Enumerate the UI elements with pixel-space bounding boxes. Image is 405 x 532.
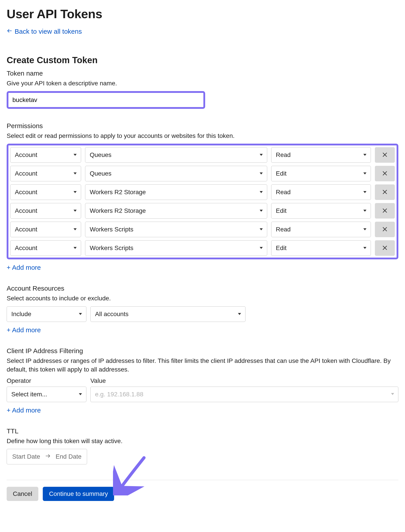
token-name-input[interactable]	[8, 93, 203, 107]
permission-access-select[interactable]: Edit	[271, 203, 371, 218]
token-name-help: Give your API token a descriptive name.	[7, 79, 398, 88]
permissions-help: Select edit or read permissions to apply…	[7, 131, 398, 140]
permission-resource-select[interactable]: Workers Scripts	[85, 240, 267, 256]
ttl-help: Define how long this token will stay act…	[7, 437, 398, 445]
permission-remove-button[interactable]	[375, 147, 395, 163]
close-icon	[382, 170, 388, 177]
permission-access-value: Read	[276, 151, 291, 158]
ip-operator-select[interactable]: Select item...	[7, 387, 86, 402]
permission-remove-button[interactable]	[375, 240, 395, 256]
svg-marker-28	[363, 247, 366, 249]
permission-resource-value: Queues	[90, 151, 111, 158]
permission-scope-value: Account	[15, 245, 37, 252]
permission-resource-select[interactable]: Workers R2 Storage	[85, 184, 267, 200]
svg-marker-11	[74, 191, 77, 193]
ttl-start: Start Date	[12, 453, 40, 460]
caret-down-icon	[363, 207, 367, 214]
caret-down-icon	[73, 226, 77, 233]
caret-down-icon	[363, 245, 367, 252]
permission-row: AccountWorkers ScriptsRead	[10, 222, 395, 237]
permission-scope-value: Account	[15, 151, 37, 158]
close-icon	[382, 189, 388, 196]
permission-resource-select[interactable]: Queues	[85, 166, 267, 181]
caret-down-icon	[363, 151, 367, 158]
permission-remove-button[interactable]	[375, 166, 395, 181]
svg-marker-23	[363, 228, 366, 230]
svg-marker-17	[260, 210, 263, 212]
permissions-highlight: AccountQueuesReadAccountQueuesEditAccoun…	[7, 144, 398, 259]
permission-access-value: Read	[276, 226, 291, 233]
caret-down-icon	[363, 226, 367, 233]
permission-scope-select[interactable]: Account	[10, 222, 81, 237]
ttl-date-range[interactable]: Start Date End Date	[7, 449, 87, 464]
create-token-heading: Create Custom Token	[7, 55, 398, 65]
token-name-highlight	[7, 91, 205, 109]
ip-value-label: Value	[90, 377, 398, 384]
permissions-add-more[interactable]: + Add more	[7, 264, 41, 271]
permission-scope-value: Account	[15, 189, 37, 196]
permission-scope-select[interactable]: Account	[10, 184, 81, 200]
svg-marker-27	[260, 247, 263, 249]
caret-down-icon	[73, 170, 77, 177]
svg-marker-7	[260, 172, 263, 174]
permission-scope-select[interactable]: Account	[10, 147, 81, 163]
close-icon	[382, 151, 388, 159]
permission-remove-button[interactable]	[375, 222, 395, 237]
permission-resource-select[interactable]: Workers Scripts	[85, 222, 267, 237]
permissions-label: Permissions	[7, 122, 398, 130]
permission-scope-value: Account	[15, 170, 37, 177]
permission-scope-select[interactable]: Account	[10, 240, 81, 256]
svg-marker-26	[74, 247, 77, 249]
ip-value-input[interactable]	[90, 387, 398, 402]
ip-filter-add-more[interactable]: + Add more	[7, 407, 41, 414]
permission-row: AccountWorkers R2 StorageRead	[10, 184, 395, 200]
close-icon	[382, 207, 388, 215]
permission-access-select[interactable]: Edit	[271, 166, 371, 181]
permission-access-select[interactable]: Read	[271, 147, 371, 163]
caret-down-icon	[73, 207, 77, 214]
permission-resource-select[interactable]: Queues	[85, 147, 267, 163]
account-resources-target-select[interactable]: All accounts	[90, 306, 245, 322]
permission-scope-value: Account	[15, 207, 37, 214]
caret-down-icon	[259, 245, 263, 252]
permission-access-value: Edit	[276, 207, 286, 214]
ip-operator-value: Select item...	[11, 391, 47, 398]
svg-marker-22	[260, 228, 263, 230]
back-to-tokens-link[interactable]: Back to view all tokens	[7, 28, 82, 35]
permission-access-select[interactable]: Read	[271, 184, 371, 200]
ip-filter-help: Select IP addresses or ranges of IP addr…	[7, 356, 398, 374]
permission-row: AccountQueuesRead	[10, 147, 395, 163]
caret-down-icon	[259, 151, 263, 158]
svg-marker-1	[74, 154, 77, 156]
continue-button[interactable]: Continue to summary	[43, 487, 114, 501]
caret-down-icon	[259, 207, 263, 214]
ttl-label: TTL	[7, 427, 398, 435]
caret-down-icon	[78, 391, 83, 398]
svg-marker-6	[74, 172, 77, 174]
account-resources-add-more[interactable]: + Add more	[7, 326, 41, 334]
arrow-right-icon	[45, 453, 51, 460]
permission-resource-value: Workers Scripts	[90, 226, 133, 233]
ip-operator-label: Operator	[7, 377, 86, 384]
svg-marker-33	[79, 393, 82, 395]
permission-resource-select[interactable]: Workers R2 Storage	[85, 203, 267, 218]
permission-scope-select[interactable]: Account	[10, 166, 81, 181]
permission-remove-button[interactable]	[375, 184, 395, 200]
permission-remove-button[interactable]	[375, 203, 395, 218]
permission-access-select[interactable]: Read	[271, 222, 371, 237]
permission-scope-select[interactable]: Account	[10, 203, 81, 218]
caret-down-icon	[363, 189, 367, 196]
svg-marker-12	[260, 191, 263, 193]
account-resources-help: Select accounts to include or exclude.	[7, 294, 398, 303]
permission-access-value: Read	[276, 189, 291, 196]
back-link-label: Back to view all tokens	[15, 28, 82, 35]
svg-marker-34	[391, 393, 394, 395]
permission-row: AccountQueuesEdit	[10, 166, 395, 181]
caret-down-icon	[73, 189, 77, 196]
permission-access-select[interactable]: Edit	[271, 240, 371, 256]
close-icon	[382, 226, 388, 233]
permission-access-value: Edit	[276, 170, 286, 177]
caret-down-icon	[237, 311, 242, 318]
account-resources-mode-select[interactable]: Include	[7, 306, 86, 322]
cancel-button[interactable]: Cancel	[7, 487, 38, 501]
